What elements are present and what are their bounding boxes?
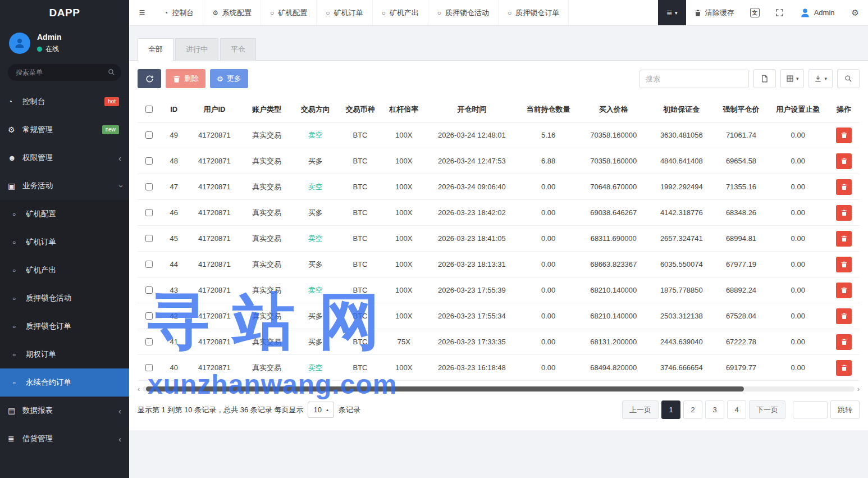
sidebar-item[interactable]: 借贷管理: [0, 425, 129, 453]
delete-button[interactable]: 删除: [166, 69, 205, 88]
row-checkbox[interactable]: [145, 338, 153, 345]
sidebar-item[interactable]: 矿机产出: [0, 256, 129, 284]
nav-tab[interactable]: 质押锁仓订单: [499, 0, 569, 25]
filter-tab[interactable]: 进行中: [175, 38, 218, 61]
cell-position-amount: 0.00: [518, 200, 579, 226]
sidebar-item[interactable]: 数据报表: [0, 397, 129, 425]
cell-buy-price: 70358.160000: [578, 122, 648, 148]
delete-row-button[interactable]: [836, 128, 852, 143]
hamburger-icon[interactable]: ≡: [129, 0, 155, 25]
nav-tab[interactable]: 矿机配置: [261, 0, 317, 25]
page-number-button[interactable]: 1: [661, 400, 680, 419]
jump-page-input[interactable]: [793, 401, 828, 418]
page-number-button[interactable]: 4: [727, 400, 746, 419]
row-checkbox[interactable]: [145, 286, 153, 294]
sidebar-item[interactable]: 控制台 hot: [0, 88, 129, 116]
sidebar-item[interactable]: 质押锁仓订单: [0, 312, 129, 340]
cell-buy-price: 68311.690000: [578, 226, 648, 252]
page-size-select[interactable]: 10 ▴: [308, 402, 334, 418]
cell-coin: BTC: [339, 303, 382, 329]
sidebar-item[interactable]: 质押锁仓活动: [0, 284, 129, 312]
filter-tab[interactable]: 平仓: [220, 38, 256, 61]
cell-account-type: 真实交易: [241, 148, 293, 174]
column-header[interactable]: 当前持仓数量: [518, 97, 579, 122]
scroll-right-icon[interactable]: ›: [857, 385, 860, 393]
sidebar-item[interactable]: 矿机配置: [0, 200, 129, 228]
column-header[interactable]: 交易方向: [293, 97, 339, 122]
columns-button[interactable]: ▾: [780, 69, 805, 88]
filter-tab[interactable]: 全部: [138, 38, 173, 61]
delete-row-button[interactable]: [836, 308, 852, 324]
delete-row-button[interactable]: [836, 231, 852, 247]
prev-page-button[interactable]: 上一页: [622, 400, 659, 419]
row-checkbox[interactable]: [145, 312, 153, 320]
nav-tab[interactable]: 控制台: [155, 0, 203, 25]
delete-row-button[interactable]: [836, 257, 852, 272]
cell-select: [138, 252, 160, 277]
table-search-input[interactable]: [639, 70, 749, 88]
language-button[interactable]: 文: [742, 0, 768, 25]
select-all-checkbox[interactable]: [145, 106, 153, 113]
sidebar-item[interactable]: 常规管理 new: [0, 116, 129, 144]
settings-gear-icon[interactable]: [843, 0, 868, 25]
nav-tab[interactable]: 矿机订单: [317, 0, 372, 25]
sidebar-item[interactable]: 业务活动: [0, 172, 129, 200]
column-header[interactable]: 初始保证金: [648, 97, 715, 122]
column-header[interactable]: 杠杆倍率: [382, 97, 426, 122]
row-checkbox[interactable]: [145, 157, 153, 165]
sidebar-item[interactable]: 期权订单: [0, 340, 129, 368]
sidebar-item-icon: [12, 267, 26, 274]
row-checkbox[interactable]: [145, 261, 153, 268]
more-button[interactable]: 更多: [210, 69, 248, 88]
row-checkbox[interactable]: [145, 183, 153, 190]
delete-row-button[interactable]: [836, 205, 852, 221]
cell-actions: [828, 303, 860, 329]
menu-search-input[interactable]: [8, 64, 121, 81]
nav-tab[interactable]: 矿机产出: [373, 0, 428, 25]
trash-icon: [840, 364, 848, 371]
column-header[interactable]: 强制平仓价: [715, 97, 768, 122]
sidebar: DAPP Admin 在线 控制台 hot: [0, 0, 129, 478]
delete-row-button[interactable]: [836, 360, 852, 376]
nav-tab[interactable]: 质押锁仓活动: [428, 0, 499, 25]
scrollbar-track[interactable]: [143, 386, 854, 391]
column-header[interactable]: 交易币种: [339, 97, 382, 122]
fullscreen-button[interactable]: [768, 0, 792, 25]
row-checkbox[interactable]: [145, 131, 153, 139]
delete-row-button[interactable]: [836, 334, 852, 350]
caret-down-icon: ▾: [824, 76, 827, 81]
nav-list-dropdown[interactable]: ≣ ▾: [658, 0, 686, 25]
column-header[interactable]: 账户类型: [241, 97, 293, 122]
row-checkbox[interactable]: [145, 235, 153, 242]
column-header[interactable]: 买入价格: [578, 97, 648, 122]
export-button[interactable]: ▾: [808, 69, 833, 88]
row-checkbox[interactable]: [145, 364, 153, 371]
row-checkbox[interactable]: [145, 209, 153, 216]
page-info-button[interactable]: [753, 69, 776, 88]
column-header[interactable]: 开仓时间: [426, 97, 518, 122]
sidebar-item[interactable]: 矿机订单: [0, 228, 129, 256]
clear-cache-button[interactable]: 清除缓存: [686, 0, 742, 25]
scroll-left-icon[interactable]: ‹: [138, 385, 140, 393]
sidebar-item[interactable]: 永续合约订单: [0, 368, 129, 397]
column-header[interactable]: 用户设置止盈: [768, 97, 828, 122]
page-number-button[interactable]: 2: [683, 400, 702, 419]
delete-row-button[interactable]: [836, 179, 852, 195]
navbar-user[interactable]: Admin: [792, 0, 843, 25]
column-header[interactable]: 操作: [828, 97, 860, 122]
advanced-search-button[interactable]: [837, 69, 860, 88]
page-number-button[interactable]: 3: [705, 400, 724, 419]
column-header[interactable]: ID: [160, 97, 188, 122]
delete-row-button[interactable]: [836, 153, 852, 169]
content-area: 全部 进行中 平仓 删除: [129, 26, 868, 478]
next-page-button[interactable]: 下一页: [749, 400, 785, 419]
scrollbar-thumb[interactable]: [146, 386, 744, 391]
select-all-header: [138, 97, 160, 122]
column-header[interactable]: 用户ID: [188, 97, 241, 122]
sidebar-item[interactable]: 权限管理: [0, 144, 129, 172]
delete-row-button[interactable]: [836, 283, 852, 298]
jump-button[interactable]: 跳转: [830, 400, 860, 419]
navbar-tabs: 控制台 系统配置 矿机配置 矿机订单 矿机产出 质押锁仓活动: [155, 0, 569, 25]
nav-tab[interactable]: 系统配置: [203, 0, 261, 25]
refresh-button[interactable]: [138, 69, 161, 88]
